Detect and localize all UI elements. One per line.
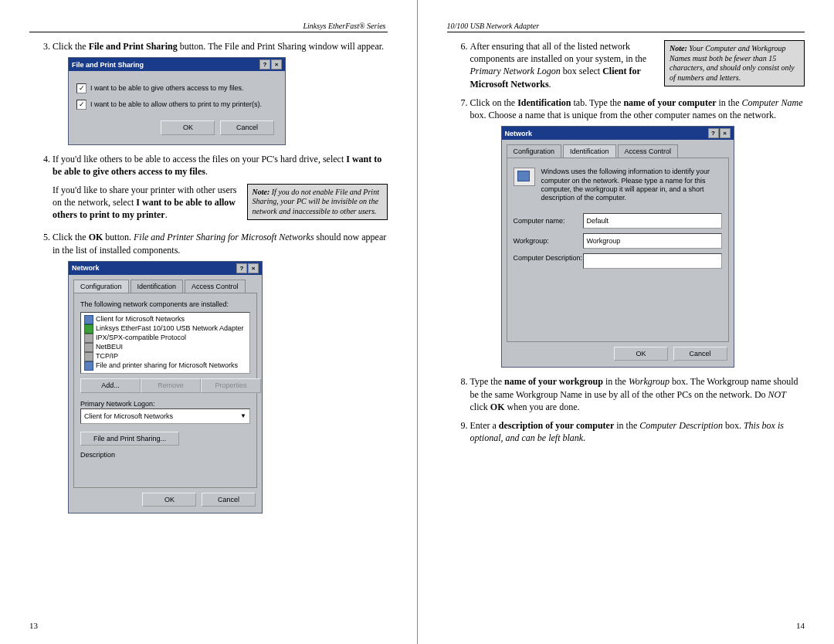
remove-button[interactable]: Remove [141, 378, 201, 392]
dialog-file-print-sharing: File and Print Sharing ?× ✓I want to be … [68, 57, 286, 144]
page-right: 10/100 USB Network Adapter Note: Your Co… [418, 0, 835, 644]
tabs: Configuration Identification Access Cont… [502, 140, 734, 158]
step-5: Click the OK button. File and Printer Sh… [53, 231, 388, 514]
note-label: Note: [253, 188, 270, 196]
properties-button[interactable]: Properties [201, 378, 261, 392]
client-icon [84, 315, 93, 324]
tab-panel: Windows uses the following information t… [507, 158, 729, 342]
rule [29, 32, 388, 32]
protocol-icon [84, 343, 93, 352]
step-7: Click on the Identification tab. Type th… [470, 97, 805, 368]
ok-button[interactable]: OK [614, 347, 668, 361]
tab-access-control[interactable]: Access Control [618, 144, 679, 158]
protocol-icon [84, 352, 93, 361]
rule [447, 32, 805, 32]
header-right: 10/100 USB Network Adapter [447, 22, 805, 30]
dialog-network-config: Network ?× Configuration Identification … [68, 261, 263, 514]
close-icon[interactable]: × [720, 128, 731, 138]
dialog-title: File and Print Sharing [72, 60, 144, 69]
help-icon[interactable]: ? [708, 128, 719, 138]
tab-panel: The following network components are ins… [73, 293, 257, 488]
titlebar: File and Print Sharing ?× [69, 58, 285, 71]
file-print-sharing-button[interactable]: File and Print Sharing... [80, 432, 179, 446]
computer-name-label: Computer name: [514, 216, 583, 225]
protocol-icon [84, 334, 93, 343]
titlebar-buttons: ?× [259, 59, 282, 69]
list-item[interactable]: Linksys EtherFast 10/100 USB Network Ada… [84, 324, 246, 334]
help-icon[interactable]: ? [259, 59, 270, 69]
close-icon[interactable]: × [271, 59, 282, 69]
step-4: If you'd like others to be able to acces… [53, 153, 388, 225]
logon-label: Primary Network Logon: [80, 399, 250, 408]
workgroup-input[interactable]: Workgroup [583, 233, 722, 249]
page-left: Linksys EtherFast® Series Click the File… [0, 0, 417, 644]
page-number: 14 [796, 621, 805, 630]
list-item[interactable]: TCP/IP [84, 352, 246, 361]
ok-button[interactable]: OK [161, 120, 215, 134]
steps-right: After ensuring that all of the listed ne… [447, 40, 805, 444]
dialog-network-identification: Network ?× Configuration Identification … [501, 126, 734, 368]
list-label: The following network components are ins… [80, 300, 250, 309]
step-3: Click the File and Print Sharing button.… [53, 40, 388, 145]
tab-identification[interactable]: Identification [131, 280, 184, 293]
help-icon[interactable]: ? [236, 263, 247, 273]
tab-configuration[interactable]: Configuration [507, 144, 562, 158]
ok-button[interactable]: OK [142, 493, 196, 507]
titlebar-buttons: ?× [236, 263, 259, 273]
cancel-button[interactable]: Cancel [673, 347, 727, 361]
tab-configuration[interactable]: Configuration [73, 280, 129, 293]
dialog-title: Network [505, 129, 533, 138]
titlebar-buttons: ?× [707, 128, 731, 138]
cancel-button[interactable]: Cancel [220, 120, 274, 134]
add-button[interactable]: Add... [80, 378, 141, 392]
note-box-sharing: Note: If you do not enable File and Prin… [247, 184, 388, 221]
button-row: OK Cancel [69, 493, 262, 513]
list-item[interactable]: File and printer sharing for Microsoft N… [84, 361, 246, 371]
dialog-title: Network [72, 263, 100, 273]
button-row: OK Cancel [76, 116, 277, 137]
list-item[interactable]: NetBEUI [84, 343, 246, 352]
info-text: Windows uses the following information t… [514, 164, 722, 208]
logon-dropdown[interactable]: Client for Microsoft Networks ▼ [80, 408, 250, 424]
note-box-names: Note: Your Computer and Workgroup Names … [664, 40, 805, 86]
titlebar: Network ?× [69, 262, 262, 275]
dialog-body: ✓I want to be able to give others access… [69, 71, 285, 144]
workgroup-label: Workgroup: [514, 236, 583, 246]
list-item[interactable]: IPX/SPX-compatible Protocol [84, 334, 246, 343]
titlebar: Network ?× [502, 127, 734, 140]
note-label: Note: [670, 44, 687, 53]
close-icon[interactable]: × [248, 263, 259, 273]
checkbox-icon[interactable]: ✓ [76, 83, 86, 93]
description-input[interactable] [583, 253, 722, 269]
step-9: Enter a description of your computer in … [470, 419, 805, 444]
service-icon [84, 361, 93, 371]
computer-name-input[interactable]: Default [583, 213, 722, 229]
tabs: Configuration Identification Access Cont… [69, 275, 262, 293]
field-computer-name: Computer name: Default [514, 213, 722, 229]
tab-access-control[interactable]: Access Control [185, 280, 246, 293]
field-description: Computer Description: [514, 253, 722, 269]
description-label: Description [80, 450, 250, 459]
header-left: Linksys EtherFast® Series [29, 22, 388, 30]
component-buttons: Add... Remove Properties [80, 378, 250, 392]
checkbox-icon[interactable]: ✓ [76, 100, 86, 110]
cancel-button[interactable]: Cancel [202, 493, 256, 507]
page-number: 13 [29, 621, 38, 630]
field-workgroup: Workgroup: Workgroup [514, 233, 722, 249]
step-8: Type the name of your workgroup in the W… [470, 375, 805, 413]
description-label: Computer Description: [514, 253, 583, 263]
components-listbox[interactable]: Client for Microsoft Networks Linksys Et… [80, 312, 250, 374]
checkbox-row-print[interactable]: ✓I want to be able to allow others to pr… [76, 100, 277, 110]
checkbox-row-files[interactable]: ✓I want to be able to give others access… [76, 83, 277, 93]
description-group: Description [80, 450, 250, 481]
chevron-down-icon: ▼ [240, 411, 246, 422]
tab-identification[interactable]: Identification [563, 144, 616, 158]
adapter-icon [84, 324, 93, 334]
steps-left: Click the File and Print Sharing button.… [29, 40, 388, 514]
button-row: OK Cancel [502, 347, 734, 367]
computer-icon [514, 168, 535, 186]
list-item[interactable]: Client for Microsoft Networks [84, 315, 246, 324]
